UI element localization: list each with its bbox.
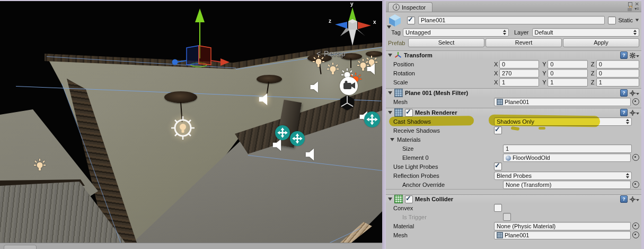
cast-shadows-row: Cast Shadows Shadows Only (386, 117, 641, 126)
info-icon: i (393, 4, 400, 11)
position-z-input[interactable]: 0 (596, 60, 639, 68)
foldout-icon[interactable] (388, 91, 392, 95)
close-icon[interactable]: ✕ (635, 2, 639, 6)
scale-x-input[interactable]: 1 (499, 78, 539, 87)
scene-viewport[interactable]: < Persp y z x (0, 1, 382, 249)
persp-toggle-label[interactable]: < Persp (316, 49, 346, 58)
dropdown-arrows-icon (502, 30, 506, 35)
audio-source-gizmo-icon[interactable] (258, 92, 272, 106)
unity-logo-gizmo-icon[interactable] (339, 94, 356, 111)
teal-move-gizmo-icon[interactable] (275, 125, 290, 140)
foldout-icon[interactable] (388, 111, 392, 114)
help-icon[interactable]: ? (620, 51, 628, 59)
lower-panel-tab-stub[interactable] (4, 245, 37, 249)
transform-icon (394, 51, 402, 59)
gear-menu-icon[interactable] (630, 110, 639, 116)
object-picker-icon[interactable] (632, 231, 639, 238)
unity-editor-window: < Persp y z x (0, 0, 644, 249)
lower-panel-edge (0, 243, 382, 249)
prefab-select-button[interactable]: Select (408, 38, 484, 47)
mesh-filter-header[interactable]: Plane 001 (Mesh Filter) ? (386, 88, 641, 97)
scale-y-input[interactable]: 1 (548, 78, 587, 87)
gameobject-foldout-icon[interactable] (387, 25, 391, 29)
mesh-icon (497, 232, 503, 238)
mesh-collider-header[interactable]: Mesh Collider ? (386, 194, 641, 203)
mesh-renderer-enabled-checkbox[interactable] (405, 109, 413, 117)
transform-rotation-row: Rotation X270 Y0 Z0 (386, 68, 641, 78)
materials-element0-row: Element 0 FloorWoodOld (386, 153, 641, 162)
dropdown-arrows-icon (625, 173, 629, 178)
rotation-y-input[interactable]: 0 (548, 69, 587, 78)
audio-source-gizmo-icon[interactable] (304, 148, 319, 161)
active-checkbox[interactable] (407, 16, 415, 24)
rotation-x-input[interactable]: 270 (499, 69, 539, 78)
static-label: Static (618, 17, 633, 23)
mesh-renderer-header[interactable]: Mesh Renderer ? (386, 108, 641, 117)
object-picker-icon[interactable] (632, 154, 639, 161)
use-light-probes-checkbox[interactable] (494, 162, 502, 170)
materials-foldout-icon[interactable] (390, 138, 394, 141)
ceiling-lamp-disc (164, 91, 197, 103)
tag-dropdown[interactable]: Untagged (403, 28, 509, 37)
transform-scale-row: Scale X1 Y1 Z1 (386, 78, 641, 87)
physic-material-object-field[interactable]: None (Physic Material) (494, 222, 631, 230)
gear-menu-icon[interactable] (630, 53, 639, 58)
position-x-input[interactable]: 0 (499, 60, 539, 68)
receive-shadows-checkbox[interactable] (494, 126, 502, 134)
materials-size-input[interactable]: 1 (503, 144, 632, 153)
inspector-tab-bar: i Inspector ✕ ▾≡ (386, 1, 641, 12)
audio-source-gizmo-icon[interactable] (271, 138, 286, 152)
light-gizmo-icon[interactable] (327, 62, 339, 76)
mesh-renderer-title: Mesh Renderer (415, 109, 457, 116)
audio-source-gizmo-icon[interactable] (366, 63, 380, 75)
object-picker-icon[interactable] (632, 181, 639, 188)
layer-dropdown[interactable]: Default (532, 28, 639, 37)
collider-mesh-object-field[interactable]: Plane001 (494, 231, 631, 239)
teal-move-gizmo-icon[interactable] (290, 131, 305, 146)
transform-position-row: Position X0 Y0 Z0 (386, 59, 641, 68)
mesh-collider-enabled-checkbox[interactable] (405, 195, 413, 203)
move-tool-gizmo[interactable] (170, 5, 233, 69)
prefab-label: Prefab (388, 40, 408, 46)
audio-source-gizmo-icon[interactable] (309, 81, 323, 93)
mesh-collider-title: Mesh Collider (415, 196, 453, 202)
tab-inspector[interactable]: i Inspector (388, 2, 433, 12)
name-input[interactable]: Plane001 (418, 16, 605, 24)
mesh-object-field[interactable]: Plane001 (494, 98, 631, 106)
cast-shadows-dropdown[interactable]: Shadows Only (494, 117, 632, 126)
help-icon[interactable]: ? (620, 195, 628, 203)
convex-checkbox[interactable] (494, 204, 502, 212)
physic-material-row: Material None (Physic Material) (386, 221, 641, 230)
static-dropdown-icon[interactable] (636, 19, 639, 22)
camera-gizmo-icon[interactable] (339, 76, 359, 96)
gear-menu-icon[interactable] (630, 196, 639, 202)
panel-splitter[interactable] (382, 0, 386, 249)
position-y-input[interactable]: 0 (548, 60, 587, 68)
panel-menu-icon[interactable]: ▾≡ (634, 6, 639, 11)
is-trigger-checkbox[interactable] (503, 213, 511, 221)
object-picker-icon[interactable] (632, 222, 639, 229)
rotation-z-input[interactable]: 0 (596, 69, 639, 78)
teal-move-gizmo-icon[interactable] (364, 111, 380, 127)
anchor-override-object-field[interactable]: None (Transform) (503, 181, 631, 189)
prefab-revert-button[interactable]: Revert (486, 38, 562, 47)
static-checkbox[interactable] (608, 16, 616, 24)
scene-axis-gizmo[interactable]: y z x (328, 2, 378, 50)
light-gizmo-halo-icon[interactable] (171, 116, 195, 140)
transform-header[interactable]: Transform ? (386, 50, 641, 59)
foldout-icon[interactable] (388, 54, 392, 57)
light-gizmo-icon[interactable] (33, 158, 46, 172)
reflection-probes-dropdown[interactable]: Blend Probes (494, 171, 632, 180)
help-icon[interactable]: ? (620, 89, 628, 97)
element0-object-field[interactable]: FloorWoodOld (503, 153, 631, 162)
object-picker-icon[interactable] (632, 98, 639, 105)
use-light-probes-row: Use Light Probes (386, 162, 641, 171)
is-trigger-row: Is Trigger (386, 212, 641, 221)
scale-z-input[interactable]: 1 (596, 78, 639, 87)
help-icon[interactable]: ? (620, 109, 628, 116)
lock-icon[interactable] (628, 8, 632, 11)
prefab-apply-button[interactable]: Apply (563, 38, 639, 47)
receive-shadows-row: Receive Shadows (386, 126, 641, 135)
gear-menu-icon[interactable] (630, 90, 639, 96)
foldout-icon[interactable] (388, 198, 392, 201)
